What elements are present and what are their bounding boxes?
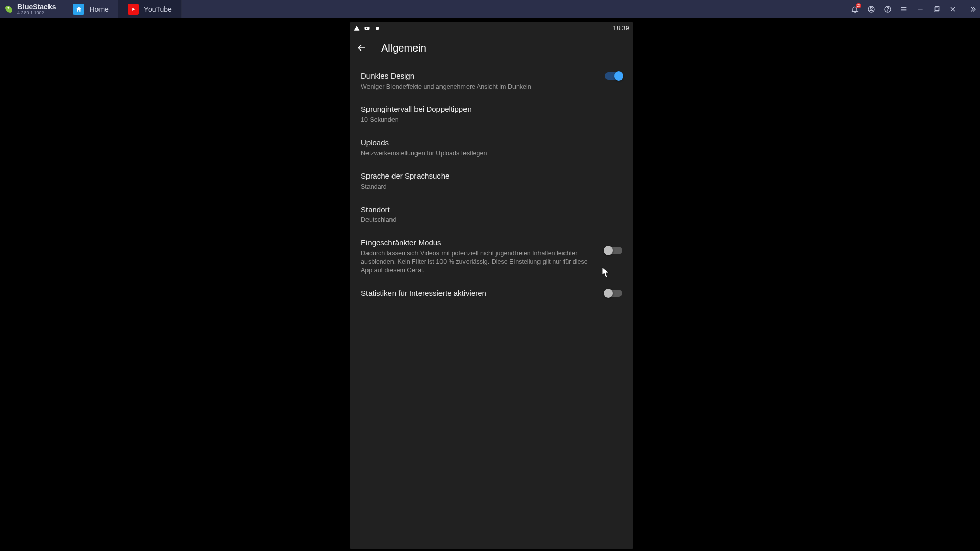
svg-point-5	[887, 11, 888, 11]
setting-double-tap[interactable]: Sprungintervall bei Doppeltippen 10 Seku…	[350, 97, 633, 131]
notifications-button[interactable]: 2	[850, 5, 860, 14]
svg-rect-15	[376, 27, 379, 30]
setting-location-title: Standort	[361, 205, 617, 215]
close-button[interactable]	[948, 5, 958, 14]
setting-double-tap-sub: 10 Sekunden	[361, 116, 617, 124]
bluestacks-brand-col: BlueStacks 4.280.1.1002	[17, 3, 56, 15]
expand-sidebar-button[interactable]	[968, 5, 977, 14]
warning-icon	[354, 25, 360, 31]
bluestacks-logo-icon	[3, 4, 14, 15]
youtube-icon	[128, 4, 139, 15]
menu-button[interactable]	[899, 5, 909, 14]
bluestacks-tabs: Home YouTube	[64, 0, 181, 18]
setting-restricted-mode-title: Eingeschränkter Modus	[361, 238, 600, 248]
setting-dark-design-sub: Weniger Blendeffekte und angenehmere Ans…	[361, 83, 600, 91]
status-misc-icon	[374, 25, 380, 31]
setting-uploads[interactable]: Uploads Netzwerkeinstellungen für Upload…	[350, 131, 633, 164]
setting-dark-design-title: Dunkles Design	[361, 71, 600, 81]
home-icon	[73, 4, 84, 15]
setting-dark-design[interactable]: Dunkles Design Weniger Blendeffekte und …	[350, 64, 633, 97]
tab-home-label: Home	[89, 5, 108, 13]
toggle-stats-nerds[interactable]	[605, 290, 622, 297]
svg-point-3	[870, 7, 872, 9]
maximize-button[interactable]	[932, 5, 941, 14]
toggle-restricted-mode[interactable]	[605, 247, 622, 254]
status-left-icons	[354, 25, 380, 31]
svg-point-0	[4, 4, 13, 14]
settings-list: Dunkles Design Weniger Blendeffekte und …	[350, 62, 633, 307]
setting-uploads-title: Uploads	[361, 138, 617, 148]
setting-double-tap-title: Sprungintervall bei Doppeltippen	[361, 104, 617, 114]
app-bar: Allgemein	[350, 34, 633, 62]
setting-uploads-sub: Netzwerkeinstellungen für Uploads festle…	[361, 149, 617, 158]
help-button[interactable]	[883, 5, 892, 14]
setting-voice-language-sub: Standard	[361, 183, 617, 191]
toggle-dark-design[interactable]	[605, 72, 622, 80]
setting-location-sub: Deutschland	[361, 216, 617, 224]
tab-home[interactable]: Home	[64, 0, 118, 18]
account-button[interactable]	[867, 5, 876, 14]
setting-stats-nerds[interactable]: Statistiken für Interessierte aktivieren	[350, 282, 633, 305]
setting-stats-nerds-title: Statistiken für Interessierte aktivieren	[361, 288, 600, 298]
youtube-status-icon	[364, 25, 370, 31]
svg-rect-11	[934, 8, 938, 12]
notification-badge: 2	[856, 3, 861, 8]
bluestacks-topbar: BlueStacks 4.280.1.1002 Home YouTube 2	[0, 0, 980, 18]
svg-rect-10	[935, 7, 939, 11]
setting-voice-language[interactable]: Sprache der Sprachsuche Standard	[350, 164, 633, 197]
bluestacks-brand: BlueStacks	[17, 3, 56, 10]
setting-restricted-mode[interactable]: Eingeschränkter Modus Dadurch lassen sic…	[350, 231, 633, 282]
tab-youtube-label: YouTube	[144, 5, 172, 13]
tab-youtube[interactable]: YouTube	[118, 0, 182, 18]
status-time: 18:39	[612, 24, 629, 32]
back-button[interactable]	[355, 41, 369, 55]
bluestacks-controls: 2	[850, 0, 977, 18]
android-viewport: 18:39 Allgemein Dunkles Design Weniger B…	[350, 22, 633, 549]
bluestacks-logo-group: BlueStacks 4.280.1.1002	[0, 3, 59, 15]
minimize-button[interactable]	[916, 5, 925, 14]
bluestacks-version: 4.280.1.1002	[17, 11, 56, 15]
setting-restricted-mode-sub: Dadurch lassen sich Videos mit potenziel…	[361, 249, 600, 275]
status-bar: 18:39	[350, 22, 633, 34]
setting-voice-language-title: Sprache der Sprachsuche	[361, 171, 617, 181]
page-title: Allgemein	[381, 42, 426, 54]
setting-location[interactable]: Standort Deutschland	[350, 198, 633, 231]
